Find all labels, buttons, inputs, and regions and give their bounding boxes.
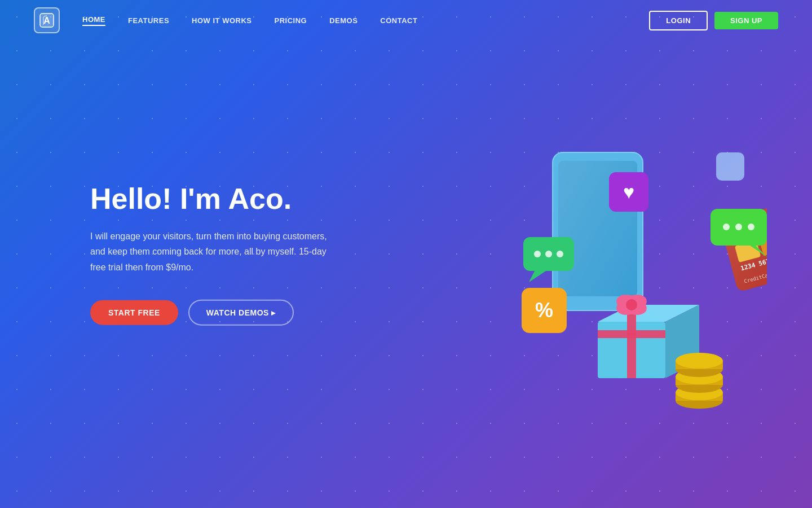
logo[interactable]: A (34, 7, 60, 33)
signup-button[interactable]: SIGN UP (714, 12, 778, 29)
svg-point-41 (723, 224, 730, 230)
svg-rect-17 (598, 330, 665, 338)
svg-point-20 (626, 299, 637, 310)
nav-features[interactable]: FEATURES (128, 16, 169, 25)
nav-contact[interactable]: CONTACT (380, 16, 417, 25)
hero-content: Hello! I'm Aco. I will engage your visit… (90, 183, 327, 326)
svg-marker-35 (529, 271, 546, 282)
nav-demos[interactable]: DEMOS (329, 16, 358, 25)
svg-point-42 (735, 224, 742, 230)
hero-illustration: 1234 5678 9012 3456 CreditCard (440, 85, 767, 423)
hero-title: Hello! I'm Aco. (90, 183, 327, 215)
hero-section: A HOME FEATURES HOW IT WORKS PRICING DEM… (0, 0, 812, 508)
hero-buttons: START FREE WATCH DEMOS ▸ (90, 299, 327, 325)
logo-icon: A (34, 7, 60, 33)
hero-description: I will engage your visitors, turn them i… (90, 229, 327, 275)
svg-point-37 (545, 251, 552, 257)
nav-pricing[interactable]: PRICING (275, 16, 307, 25)
start-free-button[interactable]: START FREE (90, 300, 178, 325)
svg-point-36 (534, 251, 541, 257)
svg-point-38 (557, 251, 563, 257)
nav-actions: LOGIN SIGN UP (649, 11, 778, 30)
svg-rect-44 (716, 152, 744, 181)
watch-demos-button[interactable]: WATCH DEMOS ▸ (188, 299, 294, 325)
nav-how-it-works[interactable]: HOW IT WORKS (192, 16, 251, 25)
svg-point-43 (748, 224, 754, 230)
svg-text:A: A (43, 16, 50, 25)
svg-point-29 (676, 353, 723, 369)
login-button[interactable]: LOGIN (649, 11, 708, 30)
nav-home[interactable]: HOME (82, 15, 105, 26)
svg-rect-16 (627, 305, 636, 378)
svg-text:%: % (535, 299, 553, 322)
svg-text:♥: ♥ (623, 181, 634, 203)
navbar: A HOME FEATURES HOW IT WORKS PRICING DEM… (0, 0, 812, 41)
nav-links: HOME FEATURES HOW IT WORKS PRICING DEMOS… (82, 15, 649, 26)
